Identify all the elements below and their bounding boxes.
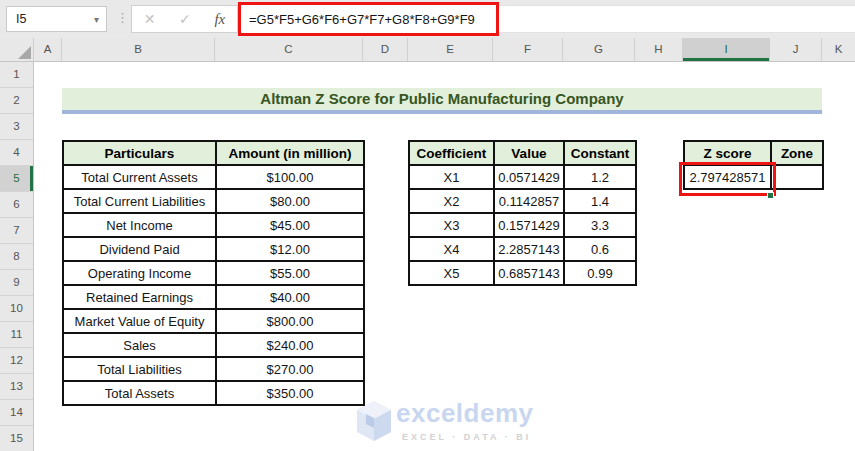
insert-function-icon[interactable]: fx: [214, 11, 225, 28]
row-header-6[interactable]: 6: [0, 192, 33, 218]
row-header-2[interactable]: 2: [0, 88, 33, 114]
select-all-triangle-icon: [18, 46, 31, 59]
value-cell[interactable]: 0.6857143: [494, 261, 564, 285]
coefficient-header-cell[interactable]: Coefficient: [409, 141, 494, 165]
name-box[interactable]: I5 ▾: [6, 6, 107, 32]
table-row: X50.68571430.99: [409, 261, 636, 285]
particular-cell[interactable]: Operating Income: [63, 261, 216, 285]
cancel-icon[interactable]: ✕: [144, 11, 156, 27]
fill-handle[interactable]: [767, 192, 774, 199]
row-header-11[interactable]: 11: [0, 322, 33, 348]
table-row: Market Value of Equity$800.00: [63, 309, 364, 333]
table-row: Net Income$45.00: [63, 213, 364, 237]
sheet-canvas: 1 2 3 4 5 6 7 8 9 10 11 12 13 14 15: [0, 62, 855, 451]
coefficient-cell[interactable]: X2: [409, 189, 494, 213]
particular-cell[interactable]: Market Value of Equity: [63, 309, 216, 333]
exceldemy-watermark: exceldemy EXCEL · DATA · BI: [354, 396, 594, 450]
value-cell[interactable]: 2.2857143: [494, 237, 564, 261]
amount-header-cell[interactable]: Amount (in million): [216, 141, 364, 165]
row-header-10[interactable]: 10: [0, 296, 33, 322]
constant-cell[interactable]: 0.99: [564, 261, 636, 285]
table-header-row: Coefficient Value Constant: [409, 141, 636, 165]
watermark-tagline-text: EXCEL · DATA · BI: [402, 432, 531, 442]
row-header-14[interactable]: 14: [0, 400, 33, 426]
amount-cell[interactable]: $350.00: [216, 381, 364, 405]
column-header-a[interactable]: A: [34, 38, 62, 61]
table-row: Sales$240.00: [63, 333, 364, 357]
column-header-d[interactable]: D: [363, 38, 408, 61]
particular-cell[interactable]: Dividend Paid: [63, 237, 216, 261]
constant-header-cell[interactable]: Constant: [564, 141, 636, 165]
table-row: X30.15714293.3: [409, 213, 636, 237]
row-header-15[interactable]: 15: [0, 426, 33, 451]
constant-cell[interactable]: 1.4: [564, 189, 636, 213]
amount-cell[interactable]: $800.00: [216, 309, 364, 333]
row-header-4[interactable]: 4: [0, 140, 33, 166]
select-all-corner[interactable]: [0, 38, 34, 61]
excel-window: I5 ▾ ⋮ ✕ ✓ fx =G5*F5+G6*F6+G7*F7+G8*F8+G…: [0, 0, 855, 451]
coefficient-cell[interactable]: X1: [409, 165, 494, 189]
table-row: Total Current Assets$100.00: [63, 165, 364, 189]
row-header-9[interactable]: 9: [0, 270, 33, 296]
table-row: Dividend Paid$12.00: [63, 237, 364, 261]
amount-cell[interactable]: $40.00: [216, 285, 364, 309]
zone-value-cell[interactable]: [771, 165, 823, 189]
row-header-5-selected[interactable]: 5: [0, 166, 33, 192]
name-box-dropdown-icon[interactable]: ▾: [94, 14, 106, 25]
row-header-8[interactable]: 8: [0, 244, 33, 270]
row-header-3[interactable]: 3: [0, 114, 33, 140]
watermark-brand-text: exceldemy: [396, 398, 533, 429]
enter-icon[interactable]: ✓: [179, 11, 191, 27]
amount-cell[interactable]: $55.00: [216, 261, 364, 285]
column-header-k[interactable]: K: [822, 38, 855, 61]
column-header-f[interactable]: F: [493, 38, 563, 61]
particular-cell[interactable]: Retained Earnings: [63, 285, 216, 309]
particular-cell[interactable]: Net Income: [63, 213, 216, 237]
value-cell[interactable]: 0.1142857: [494, 189, 564, 213]
column-header-h[interactable]: H: [635, 38, 683, 61]
formula-annotation-box: =G5*F5+G6*F6+G7*F7+G8*F8+G9*F9: [238, 2, 499, 36]
row-header-12[interactable]: 12: [0, 348, 33, 374]
coefficient-cell[interactable]: X5: [409, 261, 494, 285]
amount-cell[interactable]: $45.00: [216, 213, 364, 237]
value-header-cell[interactable]: Value: [494, 141, 564, 165]
table-row: Retained Earnings$40.00: [63, 285, 364, 309]
row-header-13[interactable]: 13: [0, 374, 33, 400]
table-header-row: Particulars Amount (in million): [63, 141, 364, 165]
amount-cell[interactable]: $100.00: [216, 165, 364, 189]
column-header-e[interactable]: E: [408, 38, 493, 61]
particular-cell[interactable]: Total Current Liabilities: [63, 189, 216, 213]
row-header-1[interactable]: 1: [0, 62, 33, 88]
column-header-g[interactable]: G: [563, 38, 635, 61]
coefficient-cell[interactable]: X3: [409, 213, 494, 237]
value-cell[interactable]: 0.1571429: [494, 213, 564, 237]
column-header-c[interactable]: C: [215, 38, 363, 61]
row-header-7[interactable]: 7: [0, 218, 33, 244]
constant-cell[interactable]: 0.6: [564, 237, 636, 261]
worksheet: A B C D E F G H I J K 1 2 3 4 5 6 7 8 9: [0, 38, 855, 451]
table-row: X10.05714291.2: [409, 165, 636, 189]
column-header-b[interactable]: B: [62, 38, 215, 61]
title-banner-cell[interactable]: Altman Z Score for Public Manufacturing …: [62, 88, 822, 114]
amount-cell[interactable]: $12.00: [216, 237, 364, 261]
constant-cell[interactable]: 3.3: [564, 213, 636, 237]
coefficient-cell[interactable]: X4: [409, 237, 494, 261]
column-header-i-selected[interactable]: I: [683, 38, 770, 61]
table-row: X20.11428571.4: [409, 189, 636, 213]
amount-cell[interactable]: $240.00: [216, 333, 364, 357]
particulars-header-cell[interactable]: Particulars: [63, 141, 216, 165]
zone-header-cell[interactable]: Zone: [771, 141, 823, 165]
column-header-j[interactable]: J: [770, 38, 822, 61]
particular-cell[interactable]: Sales: [63, 333, 216, 357]
table-row: X42.28571430.6: [409, 237, 636, 261]
amount-cell[interactable]: $270.00: [216, 357, 364, 381]
particular-cell[interactable]: Total Current Assets: [63, 165, 216, 189]
table-row: Total Liabilities$270.00: [63, 357, 364, 381]
amount-cell[interactable]: $80.00: [216, 189, 364, 213]
particular-cell[interactable]: Total Assets: [63, 381, 216, 405]
value-cell[interactable]: 0.0571429: [494, 165, 564, 189]
particular-cell[interactable]: Total Liabilities: [63, 357, 216, 381]
particulars-table: Particulars Amount (in million) Total Cu…: [62, 140, 365, 406]
formula-buttons-group: ✕ ✓ fx: [131, 5, 238, 33]
constant-cell[interactable]: 1.2: [564, 165, 636, 189]
